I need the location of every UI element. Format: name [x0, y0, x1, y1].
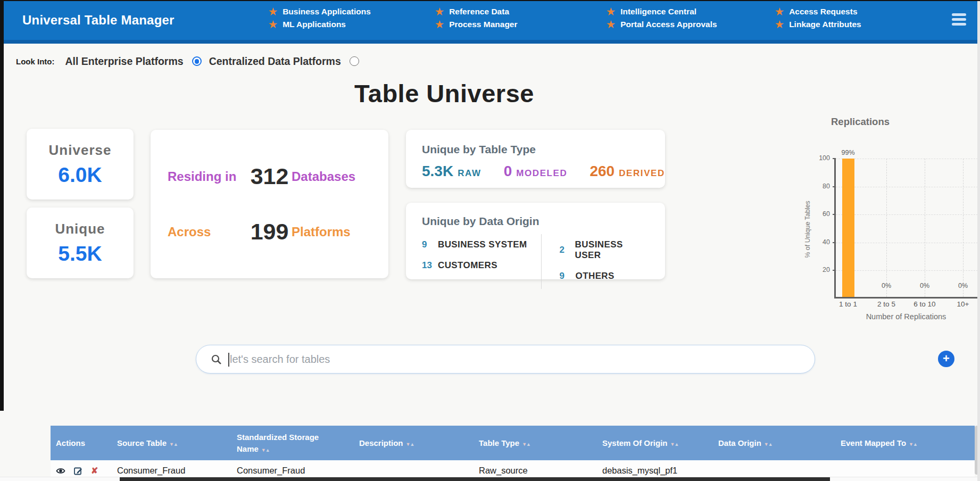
grid-line: [836, 214, 978, 215]
grid-line: [836, 270, 978, 271]
modeled-stat: 0 MODELED: [504, 163, 568, 180]
nav-item-process-manager[interactable]: ★ Process Manager: [435, 20, 518, 29]
edit-icon[interactable]: [73, 466, 83, 476]
sort-icon[interactable]: ▼▲: [909, 442, 917, 447]
unique-label: Unique: [55, 221, 105, 237]
cell-system-of-origin: debasis_mysql_pf1: [597, 466, 713, 476]
tables-data-grid: Actions Source Table▼▲ Standardized Stor…: [51, 426, 975, 481]
horizontal-scrollbar-track[interactable]: [0, 477, 980, 481]
nav-item-label: ML Applications: [283, 20, 346, 29]
across-prefix: Across: [168, 225, 247, 239]
sort-icon[interactable]: ▼▲: [522, 442, 530, 447]
bar-value-label: 0%: [952, 282, 974, 289]
hamburger-menu-icon[interactable]: [952, 13, 966, 26]
y-tick-label: 80: [814, 183, 830, 190]
grid-line: [836, 159, 978, 159]
radio-all-enterprise-platforms[interactable]: [192, 56, 202, 66]
nav-item-label: Access Requests: [789, 7, 857, 16]
grid-line: [963, 159, 964, 297]
databases-label: Databases: [292, 169, 371, 184]
business-system-stat: 9 BUSINESS SYSTEM: [422, 239, 541, 250]
y-tick-label: 40: [814, 238, 830, 246]
nav-group-1: ★ Business Applications ★ ML Application…: [269, 7, 371, 29]
filter-label: Look Into:: [16, 57, 54, 66]
nav-item-business-applications[interactable]: ★ Business Applications: [269, 7, 371, 16]
nav-item-label: Reference Data: [449, 7, 509, 16]
delete-icon[interactable]: ✘: [91, 466, 98, 476]
sort-icon[interactable]: ▼▲: [764, 442, 773, 447]
x-tick-label: 6 to 10: [906, 300, 944, 308]
table-universe-page: Universal Table Manager ★ Business Appli…: [0, 0, 980, 481]
column-header-system-of-origin[interactable]: System Of Origin▼▲: [597, 437, 713, 449]
sort-icon[interactable]: ▼▲: [169, 442, 178, 447]
navbar: Universal Table Manager ★ Business Appli…: [0, 0, 980, 44]
universe-card: Universe 6.0K: [27, 129, 134, 200]
radio-centralized-data-platforms[interactable]: [350, 56, 359, 66]
data-origin-col-right: 2 BUSINESS USER 9 OTHERS: [542, 234, 649, 289]
replications-chart: Replications % of Unique Tables 20406080…: [798, 115, 980, 328]
y-tick-label: 20: [814, 266, 830, 273]
text-cursor: [228, 353, 229, 367]
sort-icon[interactable]: ▼▲: [261, 447, 270, 453]
column-header-actions: Actions: [51, 437, 112, 449]
nav-group-2: ★ Reference Data ★ Process Manager: [435, 7, 518, 29]
nav-item-reference-data[interactable]: ★ Reference Data: [435, 7, 518, 16]
table-type-stats: 5.3K RAW 0 MODELED 260 DERIVED: [422, 163, 649, 180]
y-tick-mark: [833, 158, 836, 159]
search-input[interactable]: [230, 353, 815, 366]
universe-label: Universe: [49, 142, 112, 159]
data-origin-card-title: Unique by Data Origin: [422, 215, 649, 228]
nav-item-label: Process Manager: [449, 20, 517, 29]
column-header-data-origin[interactable]: Data Origin▼▲: [713, 437, 835, 449]
databases-count: 312: [251, 163, 289, 189]
nav-item-portal-access-approvals[interactable]: ★ Portal Access Approvals: [607, 20, 717, 29]
app-title: Universal Table Manager: [22, 13, 175, 28]
others-stat: 9 OTHERS: [560, 271, 649, 281]
grid-line: [836, 243, 978, 243]
nav-item-linkage-attributes[interactable]: ★ Linkage Attributes: [775, 20, 861, 29]
star-icon: ★: [269, 20, 277, 29]
cell-source-table: Consumer_Fraud: [112, 466, 231, 476]
star-icon: ★: [435, 20, 444, 29]
table-header-row: Actions Source Table▼▲ Standardized Stor…: [51, 426, 975, 460]
nav-item-ml-applications[interactable]: ★ ML Applications: [269, 20, 371, 29]
platforms-count: 199: [251, 219, 289, 245]
plus-icon: +: [943, 353, 950, 364]
table-type-card-title: Unique by Table Type: [422, 143, 649, 156]
grid-line: [836, 187, 978, 187]
column-header-standardized-storage-name[interactable]: Standardized Storage Name▼▲: [231, 432, 354, 455]
filter-option-label: All Enterprise Platforms: [65, 55, 183, 68]
cell-standardized-storage-name: Consumer_Fraud: [231, 466, 354, 476]
star-icon: ★: [607, 20, 615, 29]
unique-by-data-origin-card: Unique by Data Origin 9 BUSINESS SYSTEM …: [406, 203, 665, 279]
filter-option-centralized-data-platforms[interactable]: Centralized Data Platforms: [209, 55, 367, 68]
customers-stat: 13 CUSTOMERS: [422, 260, 541, 271]
business-user-label: BUSINESS USER: [575, 239, 649, 261]
unique-card: Unique 5.5K: [27, 208, 134, 278]
window-frame-right: [977, 0, 980, 481]
nav-item-intelligence-central[interactable]: ★ Intelligence Central: [607, 7, 717, 16]
add-table-button[interactable]: +: [938, 351, 954, 367]
chart-x-axis-label: Number of Replications: [830, 312, 980, 321]
column-header-description[interactable]: Description▼▲: [354, 437, 474, 449]
sort-icon[interactable]: ▼▲: [670, 442, 679, 447]
horizontal-scrollbar-thumb[interactable]: [120, 477, 830, 481]
nav-item-label: Portal Access Approvals: [620, 20, 717, 29]
column-header-table-type[interactable]: Table Type▼▲: [474, 437, 597, 449]
nav-item-access-requests[interactable]: ★ Access Requests: [775, 7, 861, 16]
residing-prefix: Residing in: [168, 169, 247, 184]
view-icon[interactable]: [56, 466, 65, 476]
x-tick-label: 10+: [944, 300, 980, 308]
filter-option-all-enterprise-platforms[interactable]: All Enterprise Platforms: [65, 55, 209, 68]
sort-icon[interactable]: ▼▲: [406, 442, 414, 447]
column-header-source-table[interactable]: Source Table▼▲: [112, 437, 231, 449]
search-icon: [211, 354, 221, 364]
nav-group-3: ★ Intelligence Central ★ Portal Access A…: [607, 7, 717, 29]
bar-value-label: 0%: [914, 282, 935, 289]
universe-value: 6.0K: [58, 163, 102, 187]
data-origin-grid: 9 BUSINESS SYSTEM 13 CUSTOMERS 2 BUSINES…: [422, 234, 649, 289]
column-header-event-mapped-to[interactable]: Event Mapped To▼▲: [835, 437, 964, 449]
window-frame-top: [0, 0, 980, 1]
cell-table-type: Raw_source: [474, 466, 597, 476]
nav-item-label: Business Applications: [283, 7, 371, 16]
